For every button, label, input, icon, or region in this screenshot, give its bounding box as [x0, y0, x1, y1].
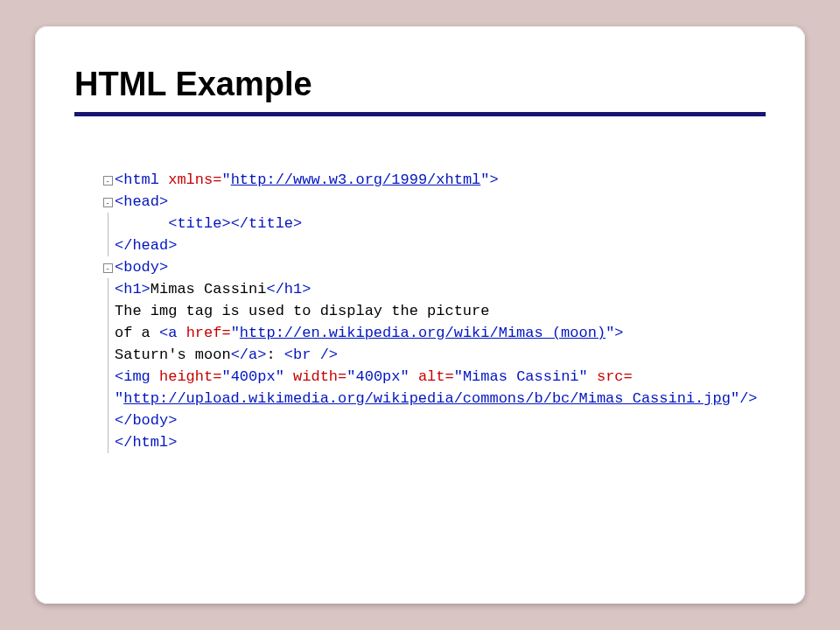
h1-text: Mimas Cassini — [150, 281, 267, 298]
tag-body-open: <body> — [115, 259, 168, 276]
fold-line-icon — [108, 322, 108, 344]
fold-toggle-icon[interactable]: - — [101, 169, 115, 191]
tag-img-open: <img — [115, 368, 159, 385]
fold-line-icon — [108, 300, 108, 322]
fold-toggle-icon[interactable]: - — [101, 256, 115, 278]
fold-line-icon — [108, 278, 108, 300]
attr-width: width= — [293, 368, 346, 385]
tag-a-open: <a — [159, 325, 186, 341]
title-underline — [74, 112, 766, 116]
url-wikipedia-mimas[interactable]: http://en.wikipedia.org/wiki/Mimas_(moon… — [240, 325, 606, 341]
attr-src: src= — [597, 368, 633, 385]
fold-line-icon — [108, 344, 108, 366]
attr-height: height= — [159, 368, 221, 385]
tag-a-close: </a> — [231, 346, 267, 363]
code-line: of a <a href="http://en.wikipedia.org/wi… — [101, 322, 766, 344]
code-line: Saturn's moon</a>: <br /> — [101, 344, 766, 366]
attr-xmlns: xmlns= — [168, 172, 221, 188]
slide-card: HTML Example - <html xmlns="http://www.w… — [35, 26, 805, 604]
fold-line-icon — [108, 366, 108, 388]
code-line: </html> — [101, 431, 766, 453]
code-line: - <head> — [101, 191, 766, 213]
tag-body-close: </body> — [115, 412, 177, 429]
code-line: The img tag is used to display the pictu… — [101, 300, 766, 322]
link-text: Saturn's moon — [115, 346, 231, 363]
tag-title-open: <title> — [168, 215, 230, 232]
code-line: <title></title> — [101, 213, 766, 234]
code-line: <img height="400px" width="400px" alt="M… — [101, 366, 766, 388]
fold-line-icon — [108, 431, 108, 453]
code-line: - <body> — [101, 256, 766, 278]
fold-line-icon — [108, 213, 108, 234]
fold-line-icon — [108, 388, 108, 410]
code-line: </body> — [101, 410, 766, 431]
slide-title: HTML Example — [74, 66, 766, 103]
code-line: - <html xmlns="http://www.w3.org/1999/xh… — [101, 169, 766, 191]
tag-br: <br /> — [284, 346, 338, 363]
attr-href: href= — [186, 325, 231, 341]
code-block: - <html xmlns="http://www.w3.org/1999/xh… — [74, 169, 766, 453]
tag-html-open: <html — [115, 172, 168, 188]
fold-line-icon — [108, 410, 108, 431]
fold-toggle-icon[interactable]: - — [101, 191, 115, 213]
code-line: <h1>Mimas Cassini</h1> — [101, 278, 766, 300]
url-xmlns[interactable]: http://www.w3.org/1999/xhtml — [231, 172, 481, 188]
code-line: "http://upload.wikimedia.org/wikipedia/c… — [101, 388, 766, 410]
code-line: </head> — [101, 234, 766, 256]
tag-h1-close: </h1> — [266, 281, 311, 298]
tag-title-close: </title> — [231, 215, 303, 232]
attr-alt: alt= — [418, 368, 454, 385]
tag-html-close: </html> — [115, 434, 177, 451]
body-text: The img tag is used to display the pictu… — [115, 303, 489, 319]
tag-head-open: <head> — [115, 193, 168, 210]
url-img-src[interactable]: http://upload.wikimedia.org/wikipedia/co… — [123, 390, 731, 407]
fold-line-icon — [108, 234, 108, 256]
tag-head-close: </head> — [115, 237, 177, 254]
tag-h1-open: <h1> — [115, 281, 150, 298]
